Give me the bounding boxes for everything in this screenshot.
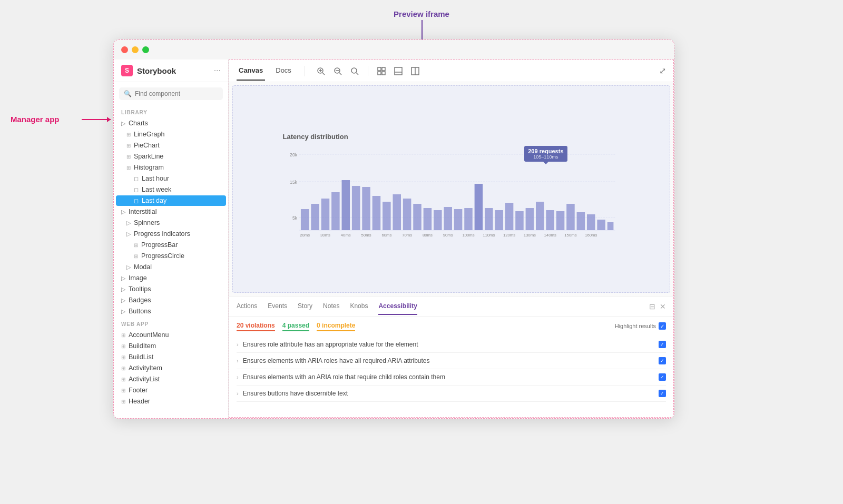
search-icon: 🔍 <box>124 90 132 97</box>
grid-icon: ⊞ <box>126 132 131 137</box>
panel-icon-close[interactable]: ✕ <box>660 302 666 311</box>
sidebar-item-charts-label: Charts <box>129 120 148 127</box>
tab-canvas[interactable]: Canvas <box>237 61 265 81</box>
panel-icon-expand[interactable]: ⊟ <box>649 302 655 311</box>
svg-line-8 <box>356 73 358 75</box>
grid-icon: ⊞ <box>121 388 125 393</box>
svg-rect-47 <box>536 202 544 230</box>
svg-rect-30 <box>362 187 370 230</box>
tab-docs[interactable]: Docs <box>273 61 293 81</box>
tab-notes[interactable]: Notes <box>323 298 339 315</box>
sidebar-item-activitylist[interactable]: ⊞ ActivityList <box>116 374 226 384</box>
sidebar-item-last-week[interactable]: ◻ Last week <box>116 184 226 195</box>
highlight-checkbox[interactable]: ✓ <box>659 322 666 330</box>
grid-icon: ⊞ <box>121 365 125 371</box>
svg-rect-48 <box>546 210 554 230</box>
tab-accessibility[interactable]: Accessibility <box>378 298 417 315</box>
sidebar-item-last-day[interactable]: ◻ Last day <box>116 195 226 206</box>
grid-icon: ⊞ <box>134 253 138 259</box>
traffic-light-yellow[interactable] <box>132 46 139 53</box>
a11y-chevron-icon[interactable]: › <box>237 358 239 364</box>
sidebar-item-modal-label: Modal <box>134 263 152 271</box>
folder-icon: ▷ <box>121 120 125 127</box>
tab-events[interactable]: Events <box>268 298 287 315</box>
sidebar-item-histogram-label: Histogram <box>134 164 164 171</box>
search-box: 🔍 <box>119 87 223 100</box>
sidebar-item-progress-indicators[interactable]: ▷ Progress indicators <box>116 229 226 239</box>
grid-icon: ⊞ <box>134 242 138 248</box>
tab-knobs[interactable]: Knobs <box>350 298 368 315</box>
grid-icon: ⊞ <box>126 165 131 171</box>
sidebar-item-progresscircle[interactable]: ⊞ ProgressCircle <box>116 251 226 261</box>
sidebar-item-footer[interactable]: ⊞ Footer <box>116 385 226 396</box>
svg-rect-27 <box>331 192 340 230</box>
expand-icon[interactable]: ⤢ <box>659 66 666 76</box>
svg-text:90ms: 90ms <box>443 232 453 237</box>
item-icon-active: ◻ <box>134 197 139 204</box>
a11y-row-0: › Ensures role attribute has an appropri… <box>237 337 666 353</box>
svg-rect-45 <box>515 211 524 230</box>
sidebar-item-buildlist[interactable]: ⊞ BuildList <box>116 352 226 362</box>
passed-badge[interactable]: 4 passed <box>282 321 309 331</box>
traffic-light-green[interactable] <box>142 46 149 53</box>
svg-rect-42 <box>485 208 493 230</box>
sidebar-item-buildlist-label: BuildList <box>129 353 153 361</box>
svg-text:100ms: 100ms <box>462 232 474 237</box>
grid-view-icon[interactable] <box>376 65 387 77</box>
svg-rect-46 <box>525 208 534 230</box>
incomplete-badge[interactable]: 0 incomplete <box>317 321 355 331</box>
zoom-in-icon[interactable] <box>315 65 327 77</box>
grid-icon: ⊞ <box>126 143 131 149</box>
sidebar-item-histogram[interactable]: ⊞ Histogram <box>116 162 226 173</box>
folder-icon: ▷ <box>121 286 125 293</box>
sidebar-item-accountmenu-label: AccountMenu <box>129 331 169 339</box>
sidebar-item-piechart[interactable]: ⊞ PieChart <box>116 140 226 151</box>
svg-rect-11 <box>378 72 381 75</box>
a11y-chevron-icon[interactable]: › <box>237 374 239 380</box>
svg-rect-41 <box>474 184 483 230</box>
sidebar-item-buttons[interactable]: ▷ Buttons <box>116 306 226 317</box>
zoom-reset-icon[interactable] <box>349 65 360 77</box>
sidebar-item-progressbar[interactable]: ⊞ ProgressBar <box>116 240 226 250</box>
svg-text:50ms: 50ms <box>361 232 371 237</box>
main-content: Canvas Docs <box>229 60 674 418</box>
svg-rect-36 <box>423 208 432 230</box>
sidebar-item-last-hour[interactable]: ◻ Last hour <box>116 173 226 184</box>
svg-rect-24 <box>300 209 309 230</box>
sidebar-item-spinners[interactable]: ▷ Spinners <box>116 218 226 228</box>
app-body: S Storybook ··· 🔍 LIBRARY ▷ Charts ⊞ Lin… <box>114 60 674 418</box>
svg-text:130ms: 130ms <box>523 232 535 237</box>
folder-icon: ▷ <box>126 220 131 226</box>
traffic-light-red[interactable] <box>121 46 128 53</box>
sidebar-item-badges[interactable]: ▷ Badges <box>116 295 226 305</box>
split-view-icon[interactable] <box>409 65 421 77</box>
sidebar-item-builditem[interactable]: ⊞ BuildItem <box>116 341 226 351</box>
sidebar-item-accountmenu[interactable]: ⊞ AccountMenu <box>116 330 226 340</box>
zoom-out-icon[interactable] <box>332 65 344 77</box>
panel-bottom-icon[interactable] <box>393 65 404 77</box>
sidebar-item-activitylist-label: ActivityList <box>129 375 160 383</box>
sidebar-item-image[interactable]: ▷ Image <box>116 273 226 283</box>
a11y-chevron-icon[interactable]: › <box>237 341 239 348</box>
sidebar-item-linegraph[interactable]: ⊞ LineGraph <box>116 129 226 140</box>
svg-text:30ms: 30ms <box>320 232 330 237</box>
chart-container: Latency distribution 209 requests 105–11… <box>272 122 631 256</box>
sidebar-item-modal[interactable]: ▷ Modal <box>116 262 226 272</box>
sidebar-item-header[interactable]: ⊞ Header <box>116 396 226 407</box>
chart-tooltip: 209 requests 105–110ms <box>524 146 567 162</box>
tab-story[interactable]: Story <box>298 298 312 315</box>
sidebar-item-interstitial[interactable]: ▷ Interstitial <box>116 206 226 217</box>
a11y-chevron-icon[interactable]: › <box>237 390 239 397</box>
svg-rect-32 <box>383 202 391 230</box>
tab-actions[interactable]: Actions <box>237 298 257 315</box>
svg-rect-13 <box>395 67 402 75</box>
sidebar-item-activityitem[interactable]: ⊞ ActivityItem <box>116 363 226 373</box>
sidebar-menu-button[interactable]: ··· <box>214 66 221 75</box>
svg-rect-26 <box>321 199 329 230</box>
sidebar-item-charts[interactable]: ▷ Charts <box>116 118 226 129</box>
search-input[interactable] <box>135 90 218 97</box>
chart-title: Latency distribution <box>283 133 620 141</box>
sidebar-item-sparkline[interactable]: ⊞ SparkLine <box>116 151 226 162</box>
sidebar-item-tooltips[interactable]: ▷ Tooltips <box>116 284 226 294</box>
violations-badge[interactable]: 20 violations <box>237 321 275 331</box>
